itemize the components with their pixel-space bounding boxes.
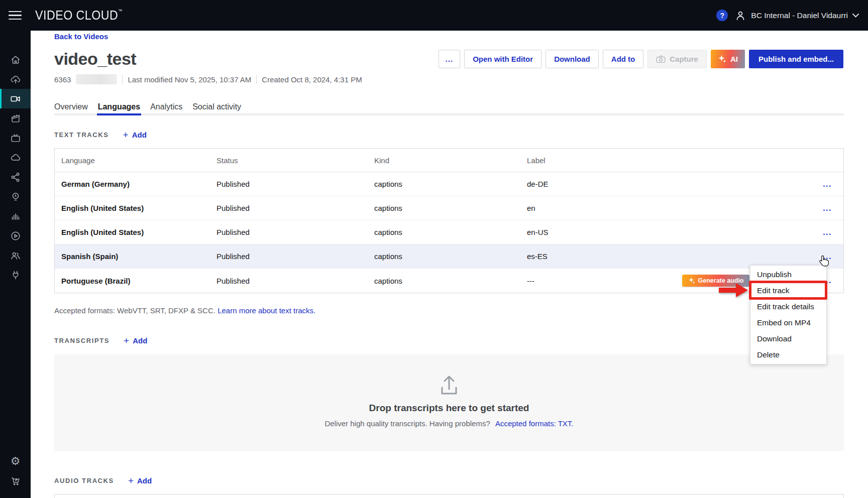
menu-item-delete[interactable]: Delete — [750, 347, 826, 363]
page-title: video_test — [54, 49, 136, 69]
tab-languages[interactable]: Languages — [98, 102, 140, 113]
home-icon — [10, 54, 21, 65]
dropzone-subtitle: Deliver high quality transcripts. Having… — [324, 419, 573, 428]
chevron-down-icon — [852, 14, 859, 18]
top-bar: VIDEO CLOUD™ ? BC Internal - Daniel Vida… — [0, 0, 868, 31]
menu-item-edit-track[interactable]: Edit track — [750, 283, 826, 299]
cloud-upload-icon — [10, 74, 21, 85]
publish-and-embed-button[interactable]: Publish and embed... — [749, 50, 843, 68]
row-actions-button[interactable]: ... — [823, 228, 843, 237]
generate-audio-button[interactable]: Generate audio — [682, 275, 749, 287]
cell-label: en-US — [527, 228, 808, 236]
text-tracks-table: Language Status Kind Label German (Germa… — [54, 148, 844, 293]
add-to-button[interactable]: Add to — [603, 50, 643, 68]
tab-analytics[interactable]: Analytics — [150, 102, 182, 113]
table-header-row: Language Status Kind Label — [55, 149, 843, 172]
menu-item-edit-track-details[interactable]: Edit track details — [750, 299, 826, 315]
menu-item-unpublish[interactable]: Unpublish — [750, 267, 826, 283]
table-row[interactable]: German (Germany) Published captions de-D… — [55, 172, 843, 196]
transcripts-dropzone[interactable]: Drop transcripts here to get started Del… — [54, 354, 844, 451]
table-row-highlighted[interactable]: Spanish (Spain) Published captions es-ES… — [55, 244, 843, 269]
cloud-icon — [10, 152, 21, 163]
add-transcript-button[interactable]: + Add — [124, 336, 147, 345]
sidebar-item-settings[interactable]: ⚙ — [0, 451, 31, 471]
row-actions-button[interactable]: ... — [823, 252, 843, 261]
column-header-language: Language — [61, 156, 216, 165]
more-actions-button[interactable]: ... — [439, 50, 461, 68]
plus-icon: + — [128, 476, 134, 485]
table-row[interactable]: English (United States) Published captio… — [55, 220, 843, 244]
sidebar-item-analytics[interactable] — [0, 206, 31, 226]
plus-icon: + — [123, 130, 129, 140]
cell-status: Published — [216, 228, 374, 236]
accepted-formats-text: Accepted formats: WebVTT, SRT, DFXP & SC… — [54, 306, 315, 315]
trademark-symbol: ™ — [118, 9, 122, 14]
sidebar-item-interactivity[interactable] — [0, 187, 31, 206]
upload-icon — [438, 375, 461, 397]
accepted-formats-txt-link[interactable]: Accepted formats: TXT. — [495, 419, 574, 428]
audio-tracks-label: AUDIO TRACKS — [54, 477, 114, 484]
camera-icon — [656, 55, 666, 63]
tab-bar: Overview Languages Analytics Social acti… — [54, 102, 241, 113]
text-tracks-label: TEXT TRACKS — [54, 131, 109, 139]
sidebar-item-users[interactable] — [0, 245, 31, 265]
ai-button[interactable]: AI — [711, 50, 745, 68]
last-modified-text: Last modified Nov 5, 2025, 10:37 AM — [128, 75, 251, 84]
play-circle-icon — [10, 230, 21, 241]
cell-status: Published — [216, 277, 374, 285]
sidebar-item-videos[interactable] — [0, 89, 31, 108]
transcripts-section-head: TRANSCRIPTS + Add — [54, 336, 147, 345]
open-with-editor-button[interactable]: Open with Editor — [464, 50, 541, 68]
back-to-videos-link[interactable]: Back to Videos — [54, 32, 108, 41]
cell-label: en — [527, 204, 808, 212]
account-menu[interactable]: BC Internal - Daniel Vidaurri — [734, 10, 859, 22]
shopping-cart-icon — [10, 475, 21, 486]
bar-chart-icon — [10, 211, 21, 222]
cell-status: Published — [216, 204, 374, 212]
cell-language: English (United States) — [61, 204, 216, 212]
sidebar-item-cloud[interactable] — [0, 148, 31, 167]
add-text-track-button[interactable]: + Add — [123, 130, 147, 140]
plug-icon — [10, 270, 21, 281]
text-tracks-section-head: TEXT TRACKS + Add — [54, 130, 147, 140]
menu-item-download[interactable]: Download — [750, 331, 826, 347]
cell-kind: captions — [374, 277, 527, 285]
learn-more-link[interactable]: Learn more about text tracks. — [218, 306, 315, 315]
plus-icon: + — [124, 336, 129, 345]
sidebar-item-home[interactable] — [0, 50, 31, 69]
sidebar-item-player[interactable] — [0, 226, 31, 245]
cell-status: Published — [216, 252, 374, 261]
add-audio-track-button[interactable]: + Add — [128, 476, 152, 485]
sidebar-item-upload[interactable] — [0, 69, 31, 89]
tab-overview[interactable]: Overview — [54, 102, 88, 113]
help-button[interactable]: ? — [716, 10, 728, 21]
transcripts-label: TRANSCRIPTS — [54, 337, 110, 344]
cell-language: English (United States) — [61, 228, 216, 236]
row-actions-button[interactable]: ... — [823, 180, 843, 189]
cell-language: German (Germany) — [61, 180, 216, 188]
sidebar-item-marketplace[interactable] — [0, 471, 31, 490]
cell-label: es-ES — [527, 252, 808, 261]
menu-item-embed-on-mp4[interactable]: Embed on MP4 — [750, 315, 826, 331]
sidebar-item-live[interactable] — [0, 128, 31, 148]
audio-tracks-section-head: AUDIO TRACKS + Add — [54, 476, 152, 485]
cell-kind: captions — [374, 252, 527, 261]
cell-language: Portuguese (Brazil) — [61, 277, 216, 285]
row-actions-button[interactable]: ... — [823, 204, 843, 213]
capture-button[interactable]: Capture — [647, 50, 707, 68]
share-nodes-icon — [10, 172, 21, 183]
cell-language: Spanish (Spain) — [61, 252, 216, 261]
sparkle-icon — [688, 277, 695, 284]
sidebar-item-media[interactable] — [0, 108, 31, 128]
tab-social-activity[interactable]: Social activity — [192, 102, 241, 113]
cell-status: Published — [216, 180, 374, 188]
user-icon — [734, 10, 746, 22]
download-button[interactable]: Download — [546, 50, 599, 68]
sidebar-item-integrations[interactable] — [0, 265, 31, 285]
tv-icon — [10, 133, 21, 144]
column-header-label: Label — [527, 156, 808, 165]
hamburger-menu-icon[interactable] — [9, 11, 22, 20]
table-row[interactable]: English (United States) Published captio… — [55, 196, 843, 220]
sidebar-item-share[interactable] — [0, 167, 31, 187]
clapperboard-icon — [10, 113, 21, 124]
